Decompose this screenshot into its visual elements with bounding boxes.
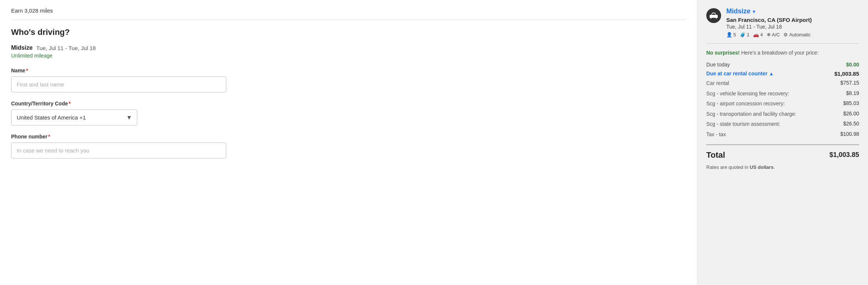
line-item-row: Car rental $757.15: [706, 80, 859, 87]
car-type-label: Midsize: [11, 45, 33, 51]
total-label: Total: [706, 150, 725, 160]
up-arrow-icon: ▲: [769, 71, 774, 76]
car-feature-doors: 🚗 4: [753, 32, 763, 37]
line-item-value: $757.15: [840, 80, 859, 86]
right-panel: Midsize ▾ San Francisco, CA (SFO Airport…: [697, 0, 868, 285]
total-row: Total $1,003.85: [706, 144, 859, 160]
line-item-value: $85.03: [843, 100, 859, 106]
unlimited-mileage-label: Unlimited mileage: [11, 53, 686, 59]
right-car-dates: Tue, Jul 11 - Tue, Jul 18: [726, 24, 812, 30]
car-header-details: Midsize ▾ San Francisco, CA (SFO Airport…: [726, 7, 812, 37]
name-label: Name*: [11, 68, 686, 73]
car-feature-transmission: ⚙ Automatic: [783, 32, 811, 37]
line-item-label: Scg - vehicle licensing fee recovery:: [706, 90, 789, 98]
summary-divider: [706, 43, 859, 44]
car-summary-header: Midsize ▾ San Francisco, CA (SFO Airport…: [706, 7, 859, 37]
country-select-wrapper: United States of America +1 Canada +1 Un…: [11, 109, 137, 125]
phone-input[interactable]: [11, 142, 226, 158]
phone-required-star: *: [48, 134, 50, 140]
due-counter-value: $1,003.85: [834, 71, 859, 77]
line-item-label: Tax - tax: [706, 131, 726, 138]
country-select[interactable]: United States of America +1 Canada +1 Un…: [11, 109, 137, 125]
line-item-value: $100.98: [840, 131, 859, 137]
car-info-section: Midsize Tue, Jul 11 - Tue, Jul 18 Unlimi…: [11, 45, 686, 59]
due-today-row: Due today $0.00: [706, 62, 859, 68]
left-panel: Earn 3,028 miles Who's driving? Midsize …: [0, 0, 697, 285]
earn-miles-banner: Earn 3,028 miles: [11, 7, 686, 20]
due-today-value: $0.00: [846, 62, 859, 68]
line-item-row: Tax - tax $100.98: [706, 131, 859, 138]
car-feature-bags: 🧳 1: [740, 32, 749, 37]
country-field-group: Country/Territory Code* United States of…: [11, 101, 686, 125]
right-car-name: Midsize: [726, 7, 750, 15]
country-required-star: *: [69, 101, 70, 107]
car-feature-ac: ❄ A/C: [767, 32, 780, 37]
rates-note: Rates are quoted in US dollars.: [706, 164, 859, 170]
name-input[interactable]: [11, 76, 226, 92]
car-feature-passengers: 👤 5: [726, 32, 736, 37]
phone-field-group: Phone number*: [11, 134, 686, 158]
earn-miles-text: Earn 3,028 miles: [11, 7, 53, 14]
line-item-label: Scg - airport concession recovery:: [706, 100, 785, 108]
total-value: $1,003.85: [829, 151, 859, 159]
line-items-list: Car rental $757.15 Scg - vehicle licensi…: [706, 80, 859, 138]
line-item-label: Car rental: [706, 80, 729, 87]
no-surprises-bold: No surprises!: [706, 50, 740, 56]
name-required-star: *: [26, 68, 28, 73]
page-title: Who's driving?: [11, 27, 686, 37]
no-surprises-text: Here's a breakdown of your price:: [740, 50, 819, 56]
line-item-value: $8.19: [846, 90, 859, 96]
car-dropdown-icon[interactable]: ▾: [753, 9, 755, 14]
line-item-value: $26.50: [843, 121, 859, 127]
due-today-label: Due today: [706, 62, 730, 68]
line-item-label: Scg - state tourism assessment:: [706, 121, 780, 128]
name-field-group: Name*: [11, 68, 686, 92]
line-item-row: Scg - airport concession recovery: $85.0…: [706, 100, 859, 108]
line-item-row: Scg - transportation and facility charge…: [706, 111, 859, 118]
line-item-row: Scg - vehicle licensing fee recovery: $8…: [706, 90, 859, 98]
car-dates-label: Tue, Jul 11 - Tue, Jul 18: [36, 45, 96, 51]
car-icon: [706, 8, 721, 23]
line-item-label: Scg - transportation and facility charge…: [706, 111, 796, 118]
car-features-list: 👤 5 🧳 1 🚗 4 ❄ A/C ⚙ Automatic: [726, 32, 812, 37]
due-counter-label: Due at car rental counter ▲: [706, 71, 774, 76]
country-label: Country/Territory Code*: [11, 101, 686, 107]
car-location: San Francisco, CA (SFO Airport): [726, 17, 812, 23]
phone-label: Phone number*: [11, 134, 686, 140]
due-counter-row: Due at car rental counter ▲ $1,003.85: [706, 71, 859, 77]
line-item-value: $26.00: [843, 111, 859, 117]
no-surprises-banner: No surprises! Here's a breakdown of your…: [706, 50, 859, 56]
line-item-row: Scg - state tourism assessment: $26.50: [706, 121, 859, 128]
